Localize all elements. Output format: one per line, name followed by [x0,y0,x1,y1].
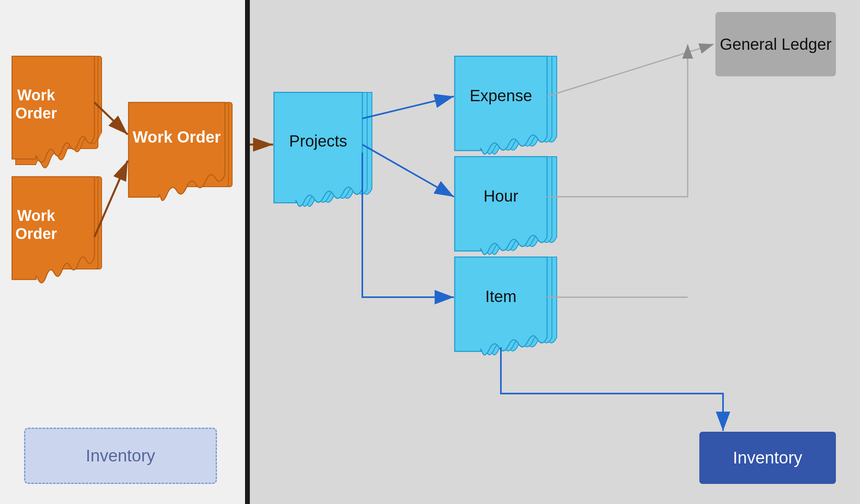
inventory-right-box: Inventory [699,432,836,484]
svg-text:Hour: Hour [484,187,519,205]
svg-text:Order: Order [15,105,57,122]
svg-text:Work Order: Work Order [133,128,221,146]
svg-text:Work: Work [17,87,55,104]
svg-rect-1 [16,56,98,149]
svg-line-26 [362,96,454,118]
svg-rect-8 [136,102,232,187]
svg-text:Item: Item [485,288,517,305]
svg-line-28 [547,44,714,96]
right-panel: General Ledger Inventory [250,0,860,504]
svg-text:Expense: Expense [470,87,532,104]
general-ledger-box: General Ledger [715,12,836,76]
inventory-right-label: Inventory [733,448,803,467]
left-panel: Work Order Work Order Work Order [0,0,245,504]
svg-text:Work: Work [17,207,55,224]
svg-text:Projects: Projects [289,132,347,150]
svg-line-27 [362,145,454,197]
svg-rect-9 [132,102,229,187]
inventory-dashed-box: Inventory [24,428,217,484]
inventory-left-label: Inventory [86,446,155,465]
svg-text:Order: Order [15,225,57,242]
panel-divider [245,0,250,504]
svg-rect-4 [19,177,102,269]
svg-rect-0 [19,56,102,149]
svg-rect-5 [16,177,98,269]
general-ledger-label: General Ledger [720,34,831,54]
svg-line-16 [94,161,128,237]
svg-line-15 [94,102,128,135]
